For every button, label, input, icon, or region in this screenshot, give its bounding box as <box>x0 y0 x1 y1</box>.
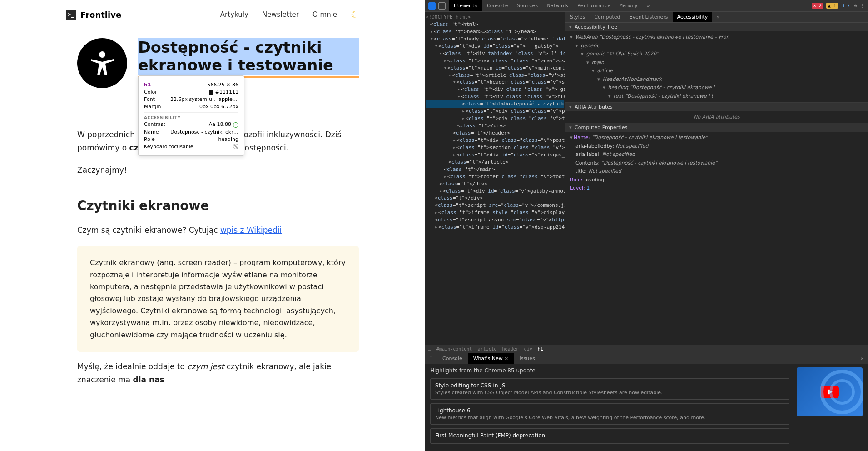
whatsnew-title: Highlights from the Chrome 85 update <box>430 367 789 374</box>
nav-link-about[interactable]: O mnie <box>312 10 337 19</box>
tooltip-color-value: #111111 <box>209 89 238 95</box>
tooltip-a11y-section: ACCESSIBILITY <box>144 115 238 120</box>
brand-logo-icon: >_ <box>66 10 76 20</box>
tooltip-tag: h1 <box>144 82 151 88</box>
nav-link-articles[interactable]: Artykuły <box>220 10 248 19</box>
brand-name: Frontlive <box>80 10 121 20</box>
inspect-element-icon[interactable] <box>428 2 436 10</box>
dom-tree[interactable]: <!DOCTYPE html><class="t">html>▸<class="… <box>425 12 565 345</box>
drawer-kebab-icon[interactable]: ⋮ <box>425 356 437 361</box>
devtools-tabs: Elements Console Sources Network Perform… <box>449 0 654 11</box>
warning-badge[interactable]: ▲ 1 <box>826 3 838 9</box>
side-tab-event-listeners[interactable]: Event Listeners <box>625 12 673 22</box>
tab-more-icon[interactable]: » <box>642 0 655 11</box>
whatsnew-card[interactable]: First Meaningful Paint (FMP) deprecation <box>430 428 789 444</box>
wikipedia-link[interactable]: wpis z Wikipedii <box>220 226 282 235</box>
accessibility-icon <box>77 38 127 88</box>
info-badge[interactable]: ℹ 7 <box>841 3 852 9</box>
aria-section: ▾ARIA Attributes No ARIA attributes <box>565 103 868 123</box>
svg-point-2 <box>831 381 853 403</box>
title-wrap: Dostępność - czytniki ekranowe i testowa… <box>138 38 359 78</box>
article-body: W poprzednich artykuła…hidden…dach i fil… <box>77 128 359 386</box>
tooltip-role-label: Role <box>144 136 155 142</box>
tooltip-contrast-label: Contrast <box>144 121 165 128</box>
tab-console[interactable]: Console <box>482 0 512 11</box>
error-badge[interactable]: ✖ 2 <box>812 3 823 9</box>
svg-point-1 <box>822 371 863 412</box>
svg-point-0 <box>99 51 105 58</box>
blockquote: Czytnik ekranowy (ang. screen reader) – … <box>77 246 359 352</box>
tooltip-margin-label: Margin <box>144 104 161 110</box>
article-header: Dostępność - czytniki ekranowe i testowa… <box>77 38 359 88</box>
aria-header: ARIA Attributes <box>575 104 613 110</box>
tooltip-dims: 566.25 × 86 <box>207 82 238 88</box>
whatsnew-video-thumbnail[interactable] <box>797 367 863 416</box>
tooltip-contrast-value: Aa 18.88✓ <box>209 121 238 128</box>
tab-elements[interactable]: Elements <box>449 0 482 11</box>
not-focusable-icon <box>233 144 238 149</box>
whatsnew-card[interactable]: Style editing for CSS-in-JS Styles creat… <box>430 378 789 400</box>
element-inspector-tooltip: h1566.25 × 86 Color#111111 Font33.6px sy… <box>138 75 244 156</box>
devtools-drawer: ⋮ Console What's New × Issues × Highligh… <box>425 353 868 451</box>
computed-props-section: ▾Computed Properties ▾Name: "Dostępność … <box>565 123 868 195</box>
tooltip-name-value: Dostępność - czytniki ekranowe i test… <box>170 129 238 135</box>
tab-memory[interactable]: Memory <box>615 0 642 11</box>
computed-header: Computed Properties <box>575 125 627 130</box>
article: Dostępność - czytniki ekranowe i testowa… <box>0 20 425 386</box>
side-tab-accessibility[interactable]: Accessibility <box>673 12 713 22</box>
devtools-panel: Elements Console Sources Network Perform… <box>425 0 868 451</box>
tab-network[interactable]: Network <box>543 0 573 11</box>
brand[interactable]: >_ Frontlive <box>66 10 121 20</box>
question-paragraph: Czym są czytniki ekranowe? Cytując wpis … <box>77 224 359 237</box>
kebab-icon[interactable]: ⋮ <box>860 3 864 8</box>
tooltip-role-value: heading <box>218 136 238 142</box>
a11y-tree-section: ▾Accessibility Tree ▾ WebArea "Dostępnoś… <box>565 23 868 103</box>
tooltip-margin-value: 0px 0px 6.72px <box>199 104 238 110</box>
devtools-sidebar: Styles Computed Event Listeners Accessib… <box>565 12 868 345</box>
drawer-tab-issues[interactable]: Issues <box>514 353 541 364</box>
tooltip-kf-label: Keyboard-focusable <box>144 144 193 150</box>
whatsnew-card[interactable]: Lighthouse 6 New metrics that align with… <box>430 403 789 425</box>
site-nav: >_ Frontlive Artykuły Newsletter O mnie … <box>0 0 425 20</box>
side-tab-more-icon[interactable]: » <box>712 12 724 22</box>
tab-performance[interactable]: Performance <box>573 0 615 11</box>
nav-link-newsletter[interactable]: Newsletter <box>262 10 299 19</box>
aria-empty: No ARIA attributes <box>565 111 868 123</box>
a11y-tree-header: Accessibility Tree <box>575 24 617 30</box>
side-tab-computed[interactable]: Computed <box>590 12 625 22</box>
device-toolbar-icon[interactable] <box>438 2 446 10</box>
dom-breadcrumbs[interactable]: … #main-content article header div h1 <box>425 345 868 353</box>
gear-icon[interactable]: ⚙ <box>854 3 857 8</box>
article-title: Dostępność - czytniki ekranowe i testowa… <box>138 38 359 75</box>
nav-links: Artykuły Newsletter O mnie ☾ <box>220 9 359 20</box>
start-paragraph: Zaczynajmy! <box>77 164 359 177</box>
rendered-page: >_ Frontlive Artykuły Newsletter O mnie … <box>0 0 425 451</box>
tooltip-color-label: Color <box>144 89 157 95</box>
tooltip-name-label: Name <box>144 129 159 135</box>
tooltip-font-value: 33.6px system-ui, -apple-system, Robo… <box>170 96 238 102</box>
drawer-close-icon[interactable]: × <box>856 356 868 361</box>
paragraph-3: Myślę, że idealnie oddaje to czym jest c… <box>77 360 359 386</box>
side-tab-styles[interactable]: Styles <box>565 12 590 22</box>
section-heading: Czytniki ekranowe <box>77 195 359 217</box>
tab-sources[interactable]: Sources <box>512 0 542 11</box>
tooltip-font-label: Font <box>144 96 155 102</box>
theme-toggle-moon-icon[interactable]: ☾ <box>351 9 359 20</box>
drawer-tab-console[interactable]: Console <box>437 353 468 364</box>
drawer-tab-whatsnew[interactable]: What's New × <box>468 353 514 364</box>
devtools-toolbar: Elements Console Sources Network Perform… <box>425 0 868 12</box>
devtools-badges: ✖ 2 ▲ 1 ℹ 7 ⚙ ⋮ <box>808 3 868 9</box>
